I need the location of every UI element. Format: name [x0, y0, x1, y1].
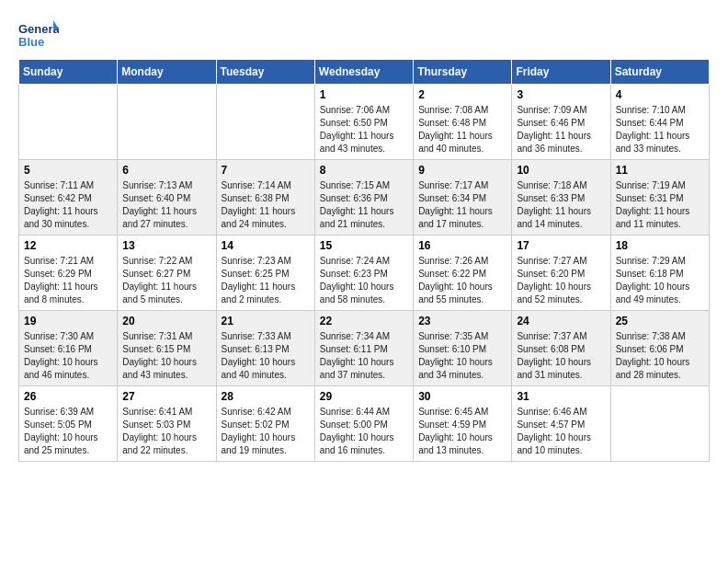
calendar-week-2: 5Sunrise: 7:11 AM Sunset: 6:42 PM Daylig… — [19, 160, 710, 236]
svg-text:Blue: Blue — [18, 35, 44, 49]
calendar-week-3: 12Sunrise: 7:21 AM Sunset: 6:29 PM Dayli… — [19, 236, 710, 311]
calendar-body: 1Sunrise: 7:06 AM Sunset: 6:50 PM Daylig… — [19, 85, 710, 462]
day-number: 23 — [418, 315, 506, 327]
calendar-cell: 13Sunrise: 7:22 AM Sunset: 6:27 PM Dayli… — [118, 236, 216, 311]
calendar-cell — [19, 85, 118, 160]
calendar-cell: 2Sunrise: 7:08 AM Sunset: 6:48 PM Daylig… — [414, 85, 512, 160]
calendar-cell: 18Sunrise: 7:29 AM Sunset: 6:18 PM Dayli… — [610, 236, 709, 311]
day-number: 18 — [616, 239, 704, 252]
day-info: Sunrise: 7:21 AM Sunset: 6:29 PM Dayligh… — [24, 255, 112, 306]
day-info: Sunrise: 7:17 AM Sunset: 6:34 PM Dayligh… — [418, 179, 506, 231]
day-number: 29 — [320, 390, 408, 403]
day-number: 20 — [122, 315, 210, 327]
day-info: Sunrise: 7:29 AM Sunset: 6:18 PM Dayligh… — [616, 255, 704, 306]
calendar-cell: 28Sunrise: 6:42 AM Sunset: 5:02 PM Dayli… — [216, 386, 314, 462]
calendar-cell: 24Sunrise: 7:37 AM Sunset: 6:08 PM Dayli… — [512, 311, 610, 386]
day-number: 7 — [222, 164, 310, 177]
weekday-header-thursday: Thursday — [414, 60, 512, 85]
day-info: Sunrise: 7:09 AM Sunset: 6:46 PM Dayligh… — [517, 104, 605, 155]
day-info: Sunrise: 7:18 AM Sunset: 6:33 PM Dayligh… — [517, 179, 605, 231]
calendar-cell — [118, 85, 216, 160]
weekday-header-sunday: Sunday — [19, 60, 118, 85]
day-number: 21 — [222, 315, 310, 327]
day-info: Sunrise: 6:41 AM Sunset: 5:03 PM Dayligh… — [122, 406, 210, 457]
calendar-cell: 26Sunrise: 6:39 AM Sunset: 5:05 PM Dayli… — [19, 386, 118, 462]
day-info: Sunrise: 7:27 AM Sunset: 6:20 PM Dayligh… — [517, 255, 605, 306]
day-number: 5 — [24, 164, 112, 177]
day-info: Sunrise: 7:14 AM Sunset: 6:38 PM Dayligh… — [222, 179, 310, 231]
day-info: Sunrise: 7:26 AM Sunset: 6:22 PM Dayligh… — [418, 255, 506, 306]
day-number: 19 — [24, 315, 112, 327]
day-number: 11 — [616, 164, 704, 177]
day-number: 9 — [418, 164, 506, 177]
day-number: 6 — [122, 164, 210, 177]
day-number: 12 — [24, 239, 112, 252]
day-info: Sunrise: 7:31 AM Sunset: 6:15 PM Dayligh… — [122, 330, 210, 382]
logo: General Blue — [18, 18, 63, 52]
calendar-cell: 22Sunrise: 7:34 AM Sunset: 6:11 PM Dayli… — [314, 311, 413, 386]
day-info: Sunrise: 7:24 AM Sunset: 6:23 PM Dayligh… — [320, 255, 408, 306]
weekday-header-friday: Friday — [512, 60, 610, 85]
day-info: Sunrise: 7:15 AM Sunset: 6:36 PM Dayligh… — [320, 179, 408, 231]
day-info: Sunrise: 7:34 AM Sunset: 6:11 PM Dayligh… — [320, 330, 408, 382]
day-number: 2 — [418, 88, 506, 101]
day-info: Sunrise: 6:39 AM Sunset: 5:05 PM Dayligh… — [24, 406, 112, 457]
day-info: Sunrise: 7:38 AM Sunset: 6:06 PM Dayligh… — [616, 330, 704, 382]
day-info: Sunrise: 7:13 AM Sunset: 6:40 PM Dayligh… — [122, 179, 210, 231]
calendar-cell: 8Sunrise: 7:15 AM Sunset: 6:36 PM Daylig… — [314, 160, 413, 236]
weekday-header-tuesday: Tuesday — [216, 60, 314, 85]
calendar-cell: 6Sunrise: 7:13 AM Sunset: 6:40 PM Daylig… — [118, 160, 216, 236]
day-info: Sunrise: 6:46 AM Sunset: 4:57 PM Dayligh… — [517, 406, 605, 457]
day-number: 30 — [418, 390, 506, 403]
day-info: Sunrise: 7:19 AM Sunset: 6:31 PM Dayligh… — [616, 179, 704, 231]
weekday-header-wednesday: Wednesday — [314, 60, 413, 85]
calendar-week-1: 1Sunrise: 7:06 AM Sunset: 6:50 PM Daylig… — [19, 85, 710, 160]
calendar-cell: 17Sunrise: 7:27 AM Sunset: 6:20 PM Dayli… — [512, 236, 610, 311]
calendar-cell: 5Sunrise: 7:11 AM Sunset: 6:42 PM Daylig… — [19, 160, 118, 236]
day-info: Sunrise: 7:06 AM Sunset: 6:50 PM Dayligh… — [320, 104, 408, 155]
calendar-cell: 1Sunrise: 7:06 AM Sunset: 6:50 PM Daylig… — [314, 85, 413, 160]
calendar-cell: 27Sunrise: 6:41 AM Sunset: 5:03 PM Dayli… — [118, 386, 216, 462]
day-number: 25 — [616, 315, 704, 327]
calendar-cell: 7Sunrise: 7:14 AM Sunset: 6:38 PM Daylig… — [216, 160, 314, 236]
day-number: 27 — [122, 390, 210, 403]
calendar-cell: 30Sunrise: 6:45 AM Sunset: 4:59 PM Dayli… — [414, 386, 512, 462]
day-number: 1 — [320, 88, 408, 101]
day-number: 13 — [122, 239, 210, 252]
calendar-cell: 29Sunrise: 6:44 AM Sunset: 5:00 PM Dayli… — [314, 386, 413, 462]
page-header: General Blue — [18, 18, 710, 52]
weekday-header-saturday: Saturday — [610, 60, 709, 85]
calendar-cell: 20Sunrise: 7:31 AM Sunset: 6:15 PM Dayli… — [118, 311, 216, 386]
day-number: 3 — [517, 88, 605, 101]
day-info: Sunrise: 7:33 AM Sunset: 6:13 PM Dayligh… — [222, 330, 310, 382]
day-number: 10 — [517, 164, 605, 177]
calendar-cell: 25Sunrise: 7:38 AM Sunset: 6:06 PM Dayli… — [610, 311, 709, 386]
calendar-cell — [610, 386, 709, 462]
day-info: Sunrise: 6:42 AM Sunset: 5:02 PM Dayligh… — [222, 406, 310, 457]
calendar-cell: 16Sunrise: 7:26 AM Sunset: 6:22 PM Dayli… — [414, 236, 512, 311]
calendar-week-4: 19Sunrise: 7:30 AM Sunset: 6:16 PM Dayli… — [19, 311, 710, 386]
day-number: 14 — [222, 239, 310, 252]
svg-text:General: General — [18, 22, 59, 36]
day-info: Sunrise: 6:44 AM Sunset: 5:00 PM Dayligh… — [320, 406, 408, 457]
calendar-cell: 23Sunrise: 7:35 AM Sunset: 6:10 PM Dayli… — [414, 311, 512, 386]
day-number: 4 — [616, 88, 704, 101]
day-info: Sunrise: 6:45 AM Sunset: 4:59 PM Dayligh… — [418, 406, 506, 457]
day-info: Sunrise: 7:30 AM Sunset: 6:16 PM Dayligh… — [24, 330, 112, 382]
weekday-header-monday: Monday — [118, 60, 216, 85]
day-info: Sunrise: 7:37 AM Sunset: 6:08 PM Dayligh… — [517, 330, 605, 382]
day-info: Sunrise: 7:22 AM Sunset: 6:27 PM Dayligh… — [122, 255, 210, 306]
day-number: 22 — [320, 315, 408, 327]
day-number: 26 — [24, 390, 112, 403]
day-number: 17 — [517, 239, 605, 252]
day-number: 24 — [517, 315, 605, 327]
calendar-cell: 10Sunrise: 7:18 AM Sunset: 6:33 PM Dayli… — [512, 160, 610, 236]
calendar-week-5: 26Sunrise: 6:39 AM Sunset: 5:05 PM Dayli… — [19, 386, 710, 462]
calendar-cell — [216, 85, 314, 160]
calendar-cell: 19Sunrise: 7:30 AM Sunset: 6:16 PM Dayli… — [19, 311, 118, 386]
day-info: Sunrise: 7:35 AM Sunset: 6:10 PM Dayligh… — [418, 330, 506, 382]
calendar-cell: 31Sunrise: 6:46 AM Sunset: 4:57 PM Dayli… — [512, 386, 610, 462]
day-info: Sunrise: 7:11 AM Sunset: 6:42 PM Dayligh… — [24, 179, 112, 231]
calendar-cell: 12Sunrise: 7:21 AM Sunset: 6:29 PM Dayli… — [19, 236, 118, 311]
day-number: 31 — [517, 390, 605, 403]
